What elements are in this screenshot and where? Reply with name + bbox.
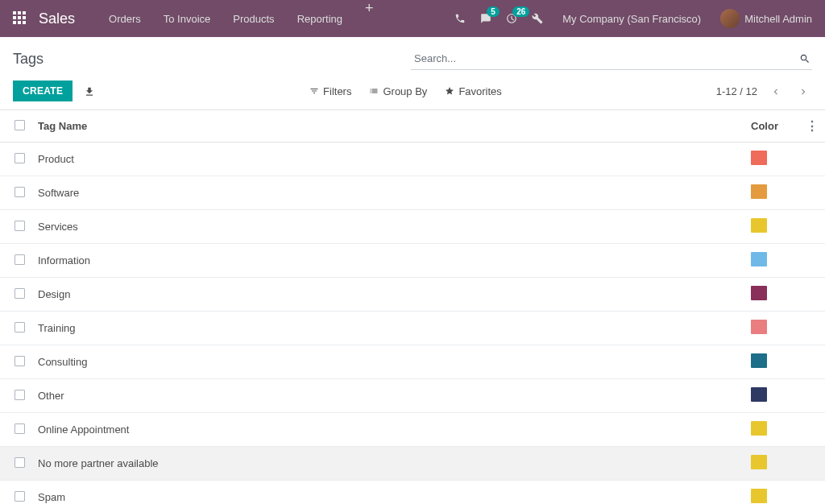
filters-button[interactable]: Filters xyxy=(309,85,351,97)
tools-icon[interactable] xyxy=(532,13,543,24)
search-input[interactable] xyxy=(411,48,812,70)
row-checkbox[interactable] xyxy=(15,356,25,366)
row-padding xyxy=(799,210,825,244)
filters-label: Filters xyxy=(323,85,351,97)
row-checkbox[interactable] xyxy=(15,423,25,434)
color-swatch[interactable] xyxy=(751,286,767,300)
tag-name-cell[interactable]: Online Appointment xyxy=(31,413,744,447)
favorites-button[interactable]: Favorites xyxy=(445,85,501,97)
row-checkbox[interactable] xyxy=(15,322,25,333)
row-padding xyxy=(799,244,825,278)
tag-name-cell[interactable]: Consulting xyxy=(31,345,744,379)
row-checkbox[interactable] xyxy=(15,457,25,468)
col-options-button[interactable]: ⋮ xyxy=(799,110,825,143)
tags-table: Tag Name Color ⋮ ProductSoftwareServices… xyxy=(0,110,825,504)
app-brand[interactable]: Sales xyxy=(39,10,75,27)
row-padding xyxy=(799,413,825,447)
table-row[interactable]: Product xyxy=(0,143,825,176)
color-swatch[interactable] xyxy=(751,320,767,334)
tag-name-cell[interactable]: Other xyxy=(31,379,744,413)
row-checkbox[interactable] xyxy=(15,491,25,502)
search-box xyxy=(411,48,812,70)
row-padding xyxy=(799,143,825,176)
color-swatch[interactable] xyxy=(751,387,767,402)
tag-name-cell[interactable]: Design xyxy=(31,278,744,312)
table-row[interactable]: Other xyxy=(0,379,825,413)
row-checkbox[interactable] xyxy=(15,221,25,231)
color-swatch[interactable] xyxy=(751,421,767,436)
row-checkbox[interactable] xyxy=(15,187,25,197)
control-panel: Tags CREATE Filters Group By xyxy=(0,37,825,110)
color-swatch[interactable] xyxy=(751,455,767,469)
row-checkbox[interactable] xyxy=(15,390,25,400)
activities-badge: 26 xyxy=(512,6,529,17)
avatar xyxy=(720,9,740,28)
apps-icon[interactable] xyxy=(13,11,27,26)
star-icon xyxy=(445,86,454,96)
messages-icon[interactable]: 5 xyxy=(480,13,491,24)
pager-next[interactable] xyxy=(794,82,812,100)
row-padding xyxy=(799,379,825,413)
tag-name-cell[interactable]: Training xyxy=(31,312,744,345)
favorites-label: Favorites xyxy=(458,85,501,97)
nav-add-menu[interactable]: + xyxy=(354,0,385,37)
color-swatch[interactable] xyxy=(751,184,767,199)
table-row[interactable]: Design xyxy=(0,278,825,312)
groupby-button[interactable]: Group By xyxy=(369,85,427,97)
create-button[interactable]: CREATE xyxy=(13,81,73,101)
row-padding xyxy=(799,447,825,481)
tag-name-cell[interactable]: Services xyxy=(31,210,744,244)
table-row[interactable]: Online Appointment xyxy=(0,413,825,447)
pager-text[interactable]: 1-12 / 12 xyxy=(716,85,757,97)
tag-name-cell[interactable]: Product xyxy=(31,143,744,176)
nav-item-products[interactable]: Products xyxy=(222,0,285,37)
color-swatch[interactable] xyxy=(751,151,767,165)
search-icon[interactable] xyxy=(799,51,810,64)
table-row[interactable]: Information xyxy=(0,244,825,278)
funnel-icon xyxy=(309,86,319,96)
phone-icon[interactable] xyxy=(454,13,466,24)
tag-name-cell[interactable]: Information xyxy=(31,244,744,278)
table-row[interactable]: Spam xyxy=(0,481,825,505)
color-swatch[interactable] xyxy=(751,353,767,368)
list-scroll[interactable]: Tag Name Color ⋮ ProductSoftwareServices… xyxy=(0,110,825,504)
row-checkbox[interactable] xyxy=(15,288,25,299)
groupby-label: Group By xyxy=(383,85,427,97)
row-padding xyxy=(799,345,825,379)
row-padding xyxy=(799,278,825,312)
company-switcher[interactable]: My Company (San Francisco) xyxy=(558,13,706,25)
row-checkbox[interactable] xyxy=(15,153,25,163)
col-header-color[interactable]: Color xyxy=(744,110,799,143)
col-header-tag-name[interactable]: Tag Name xyxy=(31,110,744,143)
pager-prev[interactable] xyxy=(767,82,785,100)
nav-item-reporting[interactable]: Reporting xyxy=(286,0,354,37)
nav-item-to-invoice[interactable]: To Invoice xyxy=(152,0,222,37)
list-icon xyxy=(369,86,379,96)
color-swatch[interactable] xyxy=(751,252,767,266)
table-row[interactable]: Services xyxy=(0,210,825,244)
tag-name-cell[interactable]: Spam xyxy=(31,481,744,505)
chevron-right-icon xyxy=(798,86,809,97)
row-padding xyxy=(799,312,825,345)
user-name: Mitchell Admin xyxy=(744,13,812,25)
main-navbar: Sales Orders To Invoice Products Reporti… xyxy=(0,0,825,37)
select-all-checkbox[interactable] xyxy=(15,120,25,130)
tag-name-cell[interactable]: Software xyxy=(31,176,744,210)
chevron-left-icon xyxy=(770,86,781,97)
nav-item-orders[interactable]: Orders xyxy=(97,0,152,37)
table-row[interactable]: Training xyxy=(0,312,825,345)
color-swatch[interactable] xyxy=(751,218,767,233)
table-row[interactable]: No more partner available xyxy=(0,447,825,481)
table-row[interactable]: Software xyxy=(0,176,825,210)
tag-name-cell[interactable]: No more partner available xyxy=(31,447,744,481)
import-button[interactable] xyxy=(84,85,95,97)
nav-menu: Orders To Invoice Products Reporting + xyxy=(97,0,384,37)
user-menu[interactable]: Mitchell Admin xyxy=(720,9,812,28)
row-padding xyxy=(799,176,825,210)
table-row[interactable]: Consulting xyxy=(0,345,825,379)
activities-icon[interactable]: 26 xyxy=(506,13,517,24)
color-swatch[interactable] xyxy=(751,489,767,503)
page-title: Tags xyxy=(13,51,44,68)
row-padding xyxy=(799,481,825,505)
row-checkbox[interactable] xyxy=(15,254,25,265)
